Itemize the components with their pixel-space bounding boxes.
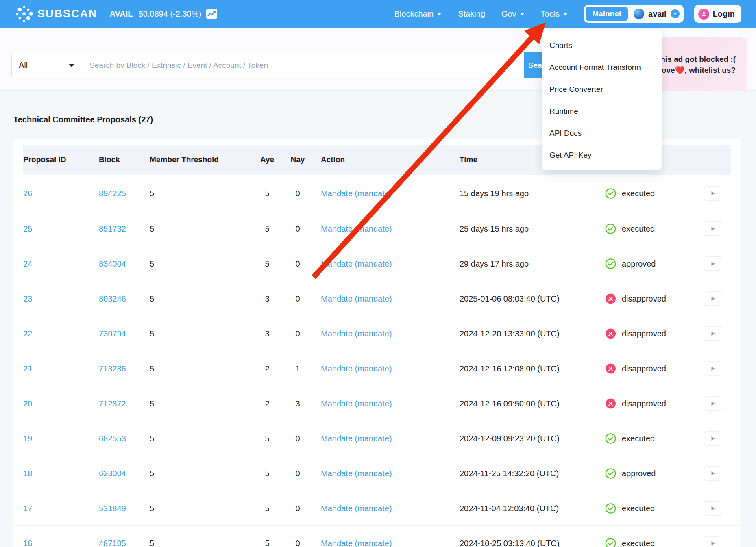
search-input[interactable] bbox=[81, 52, 524, 78]
nav-item-gov[interactable]: Gov bbox=[501, 9, 525, 19]
block-link[interactable]: 487105 bbox=[99, 538, 126, 547]
action-link[interactable]: Mandate (mandate) bbox=[321, 294, 392, 303]
expand-row-button[interactable] bbox=[704, 501, 722, 515]
table-row: 24834004550Mandate (mandate)29 days 17 h… bbox=[13, 246, 741, 281]
status-badge: disapproved bbox=[605, 293, 666, 304]
expand-row-button[interactable] bbox=[704, 187, 722, 201]
network-selector: Mainnet avail bbox=[584, 5, 683, 23]
status-label: disapproved bbox=[622, 364, 666, 373]
check-circle-icon bbox=[605, 538, 616, 547]
aye-count: 5 bbox=[259, 224, 275, 233]
tools-dropdown-menu: ChartsAccount Format TransformPrice Conv… bbox=[542, 30, 662, 170]
expand-row-button[interactable] bbox=[704, 361, 722, 376]
proposal-id-link[interactable]: 20 bbox=[23, 399, 32, 408]
block-link[interactable]: 682553 bbox=[99, 434, 126, 443]
search-filter-select[interactable]: All bbox=[12, 52, 81, 78]
caret-right-icon bbox=[710, 540, 715, 546]
block-link[interactable]: 730794 bbox=[99, 329, 126, 338]
mainnet-button[interactable]: Mainnet bbox=[586, 7, 628, 21]
aye-count: 5 bbox=[259, 469, 275, 478]
proposal-id-link[interactable]: 21 bbox=[23, 364, 32, 373]
time-value: 2024-12-16 12:08:00 (UTC) bbox=[460, 364, 560, 373]
proposal-id-link[interactable]: 25 bbox=[23, 224, 32, 233]
login-button[interactable]: Login bbox=[694, 5, 741, 23]
expand-row-button[interactable] bbox=[704, 256, 722, 271]
proposals-table: Proposal IDBlockMember ThresholdAyeNayAc… bbox=[13, 139, 741, 547]
proposal-id-link[interactable]: 22 bbox=[23, 329, 32, 338]
chain-chevron-down-icon[interactable] bbox=[671, 9, 680, 18]
menu-item-price-converter[interactable]: Price Converter bbox=[542, 78, 662, 100]
nav-label: Tools bbox=[541, 9, 560, 19]
status-label: executed bbox=[622, 189, 655, 198]
price-chart-icon[interactable] bbox=[206, 9, 217, 19]
action-link[interactable]: Mandate (mandate) bbox=[321, 189, 392, 198]
action-link[interactable]: Mandate (mandate) bbox=[321, 329, 392, 338]
nav-item-staking[interactable]: Staking bbox=[458, 9, 485, 19]
expand-row-button[interactable] bbox=[704, 291, 722, 306]
column-header-time: Time bbox=[460, 155, 477, 164]
menu-item-account-format-transform[interactable]: Account Format Transform bbox=[542, 56, 662, 78]
action-link[interactable]: Mandate (mandate) bbox=[321, 364, 392, 373]
subscan-logo-icon bbox=[15, 4, 33, 23]
expand-row-button[interactable] bbox=[704, 221, 722, 236]
action-link[interactable]: Mandate (mandate) bbox=[321, 434, 392, 443]
action-link[interactable]: Mandate (mandate) bbox=[321, 469, 392, 478]
proposal-id-link[interactable]: 26 bbox=[23, 189, 32, 198]
check-circle-icon bbox=[605, 188, 616, 199]
expand-row-button[interactable] bbox=[704, 396, 722, 410]
nav-item-blockchain[interactable]: Blockchain bbox=[394, 9, 442, 19]
nav-item-tools[interactable]: Tools bbox=[541, 9, 568, 19]
time-value: 2024-10-25 03:13:40 (UTC) bbox=[460, 538, 560, 547]
cross-circle-icon bbox=[605, 363, 616, 374]
block-link[interactable]: 713286 bbox=[99, 364, 126, 373]
expand-row-button[interactable] bbox=[704, 536, 722, 547]
nav-label: Blockchain bbox=[394, 9, 434, 19]
expand-row-button[interactable] bbox=[704, 431, 722, 445]
aye-count: 5 bbox=[259, 259, 275, 268]
block-link[interactable]: 851732 bbox=[99, 224, 126, 233]
caret-right-icon bbox=[710, 331, 715, 336]
select-caret-down-icon bbox=[69, 64, 74, 67]
menu-item-get-api-key[interactable]: Get API Key bbox=[542, 144, 662, 166]
action-link[interactable]: Mandate (mandate) bbox=[321, 538, 392, 547]
member-threshold-value: 5 bbox=[150, 329, 154, 338]
caret-right-icon bbox=[710, 261, 715, 266]
member-threshold-value: 5 bbox=[150, 434, 154, 443]
search-bar: All Search bbox=[11, 52, 571, 78]
time-value: 15 days 19 hrs ago bbox=[460, 189, 529, 198]
menu-item-charts[interactable]: Charts bbox=[542, 35, 662, 56]
login-label: Login bbox=[713, 9, 735, 19]
action-link[interactable]: Mandate (mandate) bbox=[321, 224, 392, 233]
proposal-id-link[interactable]: 18 bbox=[23, 469, 32, 478]
column-header-member-threshold: Member Threshold bbox=[150, 155, 219, 164]
expand-row-button[interactable] bbox=[704, 466, 722, 480]
table-row: 19682553550Mandate (mandate)2024-12-09 0… bbox=[13, 421, 741, 456]
member-threshold-value: 5 bbox=[150, 538, 154, 547]
block-link[interactable]: 834004 bbox=[99, 259, 126, 268]
proposal-id-link[interactable]: 19 bbox=[23, 434, 32, 443]
menu-item-runtime[interactable]: Runtime bbox=[542, 100, 662, 122]
check-circle-icon bbox=[605, 468, 616, 479]
proposal-id-link[interactable]: 23 bbox=[23, 294, 32, 303]
block-link[interactable]: 803246 bbox=[99, 294, 126, 303]
status-badge: executed bbox=[605, 503, 655, 514]
time-value: 25 days 15 hrs ago bbox=[460, 224, 529, 233]
expand-row-button[interactable] bbox=[704, 326, 722, 341]
member-threshold-value: 5 bbox=[150, 364, 154, 373]
block-link[interactable]: 531849 bbox=[99, 504, 126, 513]
action-link[interactable]: Mandate (mandate) bbox=[321, 504, 392, 513]
proposal-id-link[interactable]: 16 bbox=[23, 538, 32, 547]
avail-logo-icon bbox=[634, 9, 644, 19]
block-link[interactable]: 712872 bbox=[99, 399, 126, 408]
block-link[interactable]: 894225 bbox=[99, 189, 126, 198]
action-link[interactable]: Mandate (mandate) bbox=[321, 259, 392, 268]
action-link[interactable]: Mandate (mandate) bbox=[321, 399, 392, 408]
aye-count: 5 bbox=[259, 504, 275, 513]
proposal-id-link[interactable]: 24 bbox=[23, 259, 32, 268]
menu-item-api-docs[interactable]: API Docs bbox=[542, 122, 662, 144]
time-value: 2024-11-04 12:03:40 (UTC) bbox=[460, 504, 559, 513]
nav-label: Staking bbox=[458, 9, 485, 19]
table-row: 23803246530Mandate (mandate)2025-01-06 0… bbox=[13, 281, 741, 316]
block-link[interactable]: 623004 bbox=[99, 469, 126, 478]
proposal-id-link[interactable]: 17 bbox=[23, 504, 32, 513]
